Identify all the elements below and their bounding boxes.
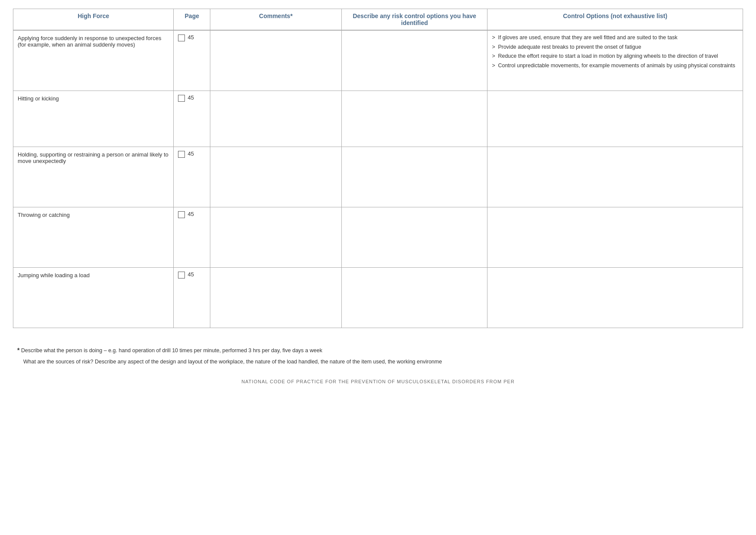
cell-describe-row-hitting[interactable] (341, 91, 487, 147)
row-label-row-applying: Applying force suddenly in response to u… (18, 34, 169, 48)
header-page: Page (174, 9, 210, 31)
table-row-row-throwing: Throwing or catching 45 (13, 207, 743, 267)
cell-control-row-hitting (487, 91, 743, 147)
cell-describe-row-holding[interactable] (341, 147, 487, 207)
cell-page-row-hitting: 45 (174, 91, 210, 147)
checkbox-row-throwing[interactable] (178, 211, 185, 218)
cell-label-row-jumping: Jumping while loading a load (13, 267, 174, 328)
row-label-row-hitting: Hitting or kicking (18, 94, 59, 102)
control-item-row-applying-2: Reduce the effort require to start a loa… (492, 53, 738, 60)
checkbox-wrap-row-jumping: Jumping while loading a load (18, 271, 169, 278)
control-item-row-applying-3: Control unpredictable movements, for exa… (492, 62, 738, 70)
footer-second-note: What are the sources of risk? Describe a… (17, 357, 739, 366)
cell-describe-row-applying[interactable] (341, 30, 487, 91)
cell-control-row-throwing (487, 207, 743, 267)
cell-comments-row-applying[interactable] (210, 30, 342, 91)
page-num-row-holding: 45 (187, 150, 194, 157)
table-row-row-applying: Applying force suddenly in response to u… (13, 30, 743, 91)
row-label-row-throwing: Throwing or catching (18, 211, 70, 218)
checkbox-row-hitting[interactable] (178, 95, 185, 102)
cell-control-row-holding (487, 147, 743, 207)
table-row-row-jumping: Jumping while loading a load 45 (13, 267, 743, 328)
page-num-row-applying: 45 (187, 34, 194, 41)
asterisk-symbol: * (17, 347, 19, 354)
footer-asterisk-note: * Describe what the person is doing – e.… (17, 345, 739, 355)
high-force-table: High Force Page Comments* Describe any r… (13, 9, 743, 328)
checkbox-row-holding[interactable] (178, 151, 185, 158)
checkbox-row-jumping[interactable] (178, 272, 185, 278)
cell-label-row-hitting: Hitting or kicking (13, 91, 174, 147)
header-describe: Describe any risk control options you ha… (341, 9, 487, 31)
cell-comments-row-hitting[interactable] (210, 91, 342, 147)
checkbox-wrap-row-holding: Holding, supporting or restraining a per… (18, 150, 169, 164)
page-num-row-throwing: 45 (187, 211, 194, 217)
cell-page-row-applying: 45 (174, 30, 210, 91)
page-num-row-jumping: 45 (187, 271, 194, 278)
header-control: Control Options (not exhaustive list) (487, 9, 743, 31)
cell-comments-row-holding[interactable] (210, 147, 342, 207)
footer-second-note-text: What are the sources of risk? Describe a… (23, 359, 442, 365)
row-label-row-holding: Holding, supporting or restraining a per… (18, 150, 169, 164)
cell-describe-row-throwing[interactable] (341, 207, 487, 267)
footer-bottom: NATIONAL CODE OF PRACTICE FOR THE PREVEN… (13, 379, 743, 384)
cell-label-row-applying: Applying force suddenly in response to u… (13, 30, 174, 91)
cell-label-row-holding: Holding, supporting or restraining a per… (13, 147, 174, 207)
cell-control-row-applying: If gloves are used, ensure that they are… (487, 30, 743, 91)
checkbox-wrap-row-applying: Applying force suddenly in response to u… (18, 34, 169, 48)
footer-section: * Describe what the person is doing – e.… (13, 345, 743, 366)
table-row-row-hitting: Hitting or kicking 45 (13, 91, 743, 147)
control-item-row-applying-1: Provide adequate rest breaks to prevent … (492, 44, 738, 51)
cell-label-row-throwing: Throwing or catching (13, 207, 174, 267)
cell-comments-row-jumping[interactable] (210, 267, 342, 328)
cell-describe-row-jumping[interactable] (341, 267, 487, 328)
header-comments: Comments* (210, 9, 342, 31)
cell-page-row-jumping: 45 (174, 267, 210, 328)
control-list-row-applying: If gloves are used, ensure that they are… (492, 34, 738, 69)
cell-page-row-throwing: 45 (174, 207, 210, 267)
control-item-row-applying-0: If gloves are used, ensure that they are… (492, 34, 738, 42)
cell-page-row-holding: 45 (174, 147, 210, 207)
cell-control-row-jumping (487, 267, 743, 328)
page-num-row-hitting: 45 (187, 94, 194, 101)
header-high-force: High Force (13, 9, 174, 31)
cell-comments-row-throwing[interactable] (210, 207, 342, 267)
row-label-row-jumping: Jumping while loading a load (18, 271, 90, 278)
footer-note-text: Describe what the person is doing – e.g.… (21, 347, 322, 354)
checkbox-row-applying[interactable] (178, 34, 185, 41)
table-row-row-holding: Holding, supporting or restraining a per… (13, 147, 743, 207)
checkbox-wrap-row-throwing: Throwing or catching (18, 211, 169, 218)
checkbox-wrap-row-hitting: Hitting or kicking (18, 94, 169, 102)
